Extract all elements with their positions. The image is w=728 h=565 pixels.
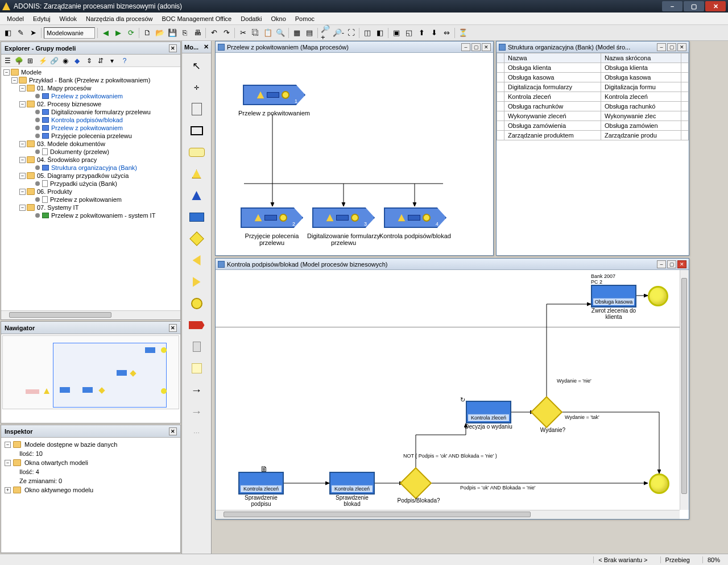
tree-f01[interactable]: 01. Mapy procesów [37, 85, 91, 92]
bpm-decision-wydanie[interactable] [535, 401, 558, 423]
tree-f02c[interactable]: Przelew z pokwitowaniem [51, 124, 123, 131]
exp-tb-link-icon[interactable]: 🔗 [49, 56, 59, 66]
merge-right-shape-icon[interactable] [188, 274, 206, 290]
tb-layout1-icon[interactable]: ▦ [291, 27, 303, 39]
doc-close-button[interactable]: ✕ [482, 43, 491, 51]
tb-redo-icon[interactable]: ↷ [221, 27, 232, 39]
assoc-flow-icon[interactable]: → [188, 404, 206, 419]
tree-f06[interactable]: 06. Produkty [37, 188, 72, 195]
doc-minimize-button[interactable]: – [461, 43, 470, 51]
tb-paste-icon[interactable]: 📋 [262, 27, 274, 39]
table-row[interactable]: Wykonywanie zleceńWykonywanie zlec [497, 111, 689, 121]
tree-bank[interactable]: Przykład - Bank (Przelew z pokwitowaniem… [29, 77, 150, 84]
exp-tb-diamond-icon[interactable]: ◆ [72, 56, 82, 66]
insp-active-window[interactable]: Okno aktywnego modelu [24, 487, 93, 493]
tb-print-icon[interactable]: 🖶 [192, 27, 203, 39]
tb-group-icon[interactable]: ▣ [391, 27, 402, 39]
bpm-decision-podpis-blokada[interactable] [404, 472, 427, 495]
doc-org-canvas[interactable]: Nazwa Nazwa skrócona Obsługa klientaObsł… [497, 53, 689, 255]
menu-boc[interactable]: BOC Management Office [158, 14, 237, 23]
doc-bpm-titlebar[interactable]: Kontrola podpisów/blokad (Model procesów… [216, 259, 689, 270]
merge-left-shape-icon[interactable] [188, 252, 206, 268]
tree-f02d[interactable]: Przyjęcie polecenia przelewu [51, 132, 132, 139]
tree-f06a[interactable]: Przelew z pokwitowaniem [50, 196, 122, 203]
data-shape-icon[interactable] [188, 339, 206, 355]
tree-toggle[interactable]: − [19, 205, 26, 211]
more-shapes-icon[interactable]: ⋯ [188, 425, 206, 441]
doc-bpm-canvas[interactable]: Bank 2007 PC 2 Kontrola zleceń Sprawdzen… [216, 270, 689, 519]
decision-shape-icon[interactable] [188, 231, 206, 247]
table-row[interactable]: Zarządzanie produktemZarządzanie produ [497, 131, 689, 140]
tree-toggle[interactable]: − [3, 69, 10, 76]
doc-maximize-button[interactable]: ▢ [471, 43, 481, 51]
strip-close-icon[interactable]: ✕ [204, 43, 209, 51]
tb-zoomout-icon[interactable]: 🔎- [333, 27, 344, 39]
navigator-close-icon[interactable]: ✕ [169, 324, 177, 332]
process-shape-icon[interactable] [188, 144, 206, 160]
tree-toggle[interactable]: − [19, 85, 26, 92]
tb-zoomin-icon[interactable]: 🔎+ [320, 27, 332, 39]
bpm-hscroll[interactable] [216, 510, 680, 519]
tb-align1-icon[interactable]: ◫ [362, 27, 373, 39]
tb-zoomfit-icon[interactable]: ⛶ [345, 27, 357, 39]
table-row[interactable]: Digitalizacja formularzyDigitalizacja fo… [497, 82, 689, 92]
tree-f07[interactable]: 07. Systemy IT [37, 204, 78, 211]
navigator-body[interactable] [1, 334, 180, 423]
table-row[interactable]: Obsługa klientaObsługa klienta [497, 63, 689, 73]
tb-layout2-icon[interactable]: ▤ [304, 27, 315, 39]
doc-close-button[interactable]: ✕ [677, 260, 686, 268]
tb-arrow-icon[interactable]: ➤ [27, 27, 39, 39]
tree-toggle[interactable]: − [11, 77, 18, 84]
doc-close-button[interactable]: ✕ [677, 43, 686, 51]
lane-shape-icon[interactable] [188, 101, 206, 117]
close-button[interactable]: ✕ [705, 1, 726, 11]
tb-saveall-icon[interactable]: ⎘ [179, 27, 191, 39]
tb-pickmode-icon[interactable]: ✎ [15, 27, 26, 39]
menu-addons[interactable]: Dodatki [236, 14, 266, 23]
pointer-tool-icon[interactable]: ↖ [188, 58, 206, 74]
map-child-1[interactable]: 2 [241, 207, 303, 228]
insp-toggle[interactable]: − [5, 442, 11, 448]
tree-root[interactable]: Modele [21, 69, 42, 76]
tb-dist-icon[interactable]: ⇔ [441, 27, 452, 39]
activity-shape-icon[interactable] [188, 209, 206, 225]
tree-f03a[interactable]: Dokumenty (przelew) [50, 148, 109, 155]
tree-f05[interactable]: 05. Diagramy przypadków użycia [37, 172, 129, 179]
tb-find-icon[interactable]: 🔍 [275, 27, 286, 39]
doc-map-canvas[interactable]: 1 Przelew z pokwitowaniem 2 Przyjęcie po… [216, 53, 493, 255]
tb-sim-icon[interactable]: ⏳ [457, 27, 469, 39]
tb-open-icon[interactable]: 📂 [154, 27, 166, 39]
tb-align2-icon[interactable]: ◧ [374, 27, 386, 39]
explorer-body[interactable]: −Modele −Przykład - Bank (Przelew z pokw… [1, 67, 180, 310]
table-row[interactable]: Kontrola zleceńKontrola zleceń [497, 92, 689, 102]
doc-org-titlebar[interactable]: Struktura organizacyjna (Bank) (Model śr… [497, 41, 689, 53]
exp-tb-filter-icon[interactable]: ▾ [107, 56, 117, 66]
maximize-button[interactable]: ▢ [684, 1, 704, 11]
snap-tool-icon[interactable]: ✛ [188, 80, 206, 95]
tree-toggle[interactable]: − [19, 101, 26, 107]
table-row[interactable]: Obsługa rachunkówObsługa rachunkó [497, 102, 689, 111]
menu-model[interactable]: Model [2, 14, 28, 23]
menu-window[interactable]: Okno [266, 14, 290, 23]
note-shape-icon[interactable] [188, 360, 206, 376]
tree-f01a[interactable]: Przelew z pokwitowaniem [51, 93, 123, 99]
tree-toggle[interactable]: − [19, 157, 26, 163]
start-solid-shape-icon[interactable] [188, 188, 206, 203]
navigator-thumb[interactable] [2, 335, 179, 409]
exp-tb-help-icon[interactable]: ? [119, 56, 130, 66]
bpm-activity-decyzja[interactable]: Kontrola zleceń Decyzja o wydaniu [466, 401, 514, 430]
explorer-close-icon[interactable]: ✕ [169, 44, 177, 52]
terminate-shape-icon[interactable] [188, 317, 206, 333]
map-child-2[interactable]: 3 [312, 207, 375, 228]
exp-tb-expand-icon[interactable]: ⇕ [84, 56, 94, 66]
pool-shape-icon[interactable] [188, 123, 206, 139]
doc-minimize-button[interactable]: – [657, 260, 666, 268]
map-child-3[interactable]: 4 [384, 207, 446, 228]
doc-map-titlebar[interactable]: Przelew z pokwitowaniem (Mapa procesów) … [216, 41, 493, 53]
doc-maximize-button[interactable]: ▢ [667, 43, 676, 51]
bpm-vscroll[interactable] [680, 270, 689, 510]
explorer-hscroll[interactable] [1, 310, 180, 319]
tb-back2-icon[interactable]: ⬇ [428, 27, 440, 39]
exp-tb-list-icon[interactable]: ☰ [2, 56, 13, 66]
exp-tb-lightning-icon[interactable]: ⚡ [38, 56, 48, 66]
